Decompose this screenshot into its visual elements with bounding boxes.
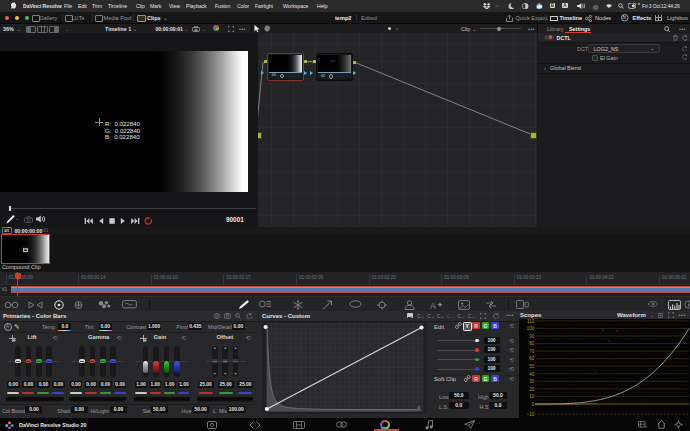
svg-text:110: 110 bbox=[527, 319, 535, 324]
svg-text:60: 60 bbox=[529, 356, 535, 361]
svg-text:80: 80 bbox=[529, 341, 535, 346]
svg-text:50: 50 bbox=[529, 364, 535, 369]
svg-text:10: 10 bbox=[529, 394, 535, 399]
svg-text:90: 90 bbox=[529, 334, 535, 339]
svg-text:70: 70 bbox=[529, 349, 535, 354]
svg-text:40: 40 bbox=[529, 372, 535, 377]
svg-text:30: 30 bbox=[529, 379, 535, 384]
svg-text:fx: fx bbox=[622, 16, 626, 21]
svg-text:20: 20 bbox=[529, 387, 535, 392]
svg-text:A: A bbox=[430, 300, 436, 310]
svg-text:100: 100 bbox=[526, 326, 534, 331]
